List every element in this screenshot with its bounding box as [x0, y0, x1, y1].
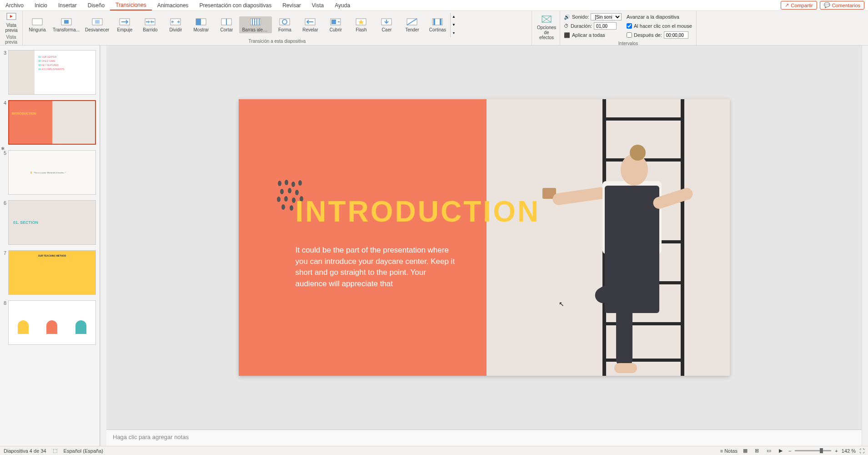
thumbnail-6[interactable]: 01. SECTION [8, 200, 96, 245]
slide-body-text[interactable]: It could be the part of the presentation… [296, 245, 459, 290]
thumbnail-7[interactable]: OUR TEACHING METHOD [8, 250, 96, 295]
menu-inicio[interactable]: Inicio [29, 0, 53, 10]
menu-animaciones[interactable]: Animaciones [152, 0, 194, 10]
svg-point-32 [278, 181, 281, 186]
transition-barrido[interactable]: Barrido [137, 16, 163, 33]
transition-tender[interactable]: Tender [399, 16, 425, 33]
after-label: Después de: [634, 32, 662, 38]
svg-point-33 [285, 180, 288, 185]
gallery-up-icon[interactable]: ▲ [451, 15, 457, 19]
gallery-more-icon[interactable]: ▾ [451, 31, 457, 35]
transition-transforma[interactable]: Transforma... [50, 16, 82, 33]
transition-label: Barras aleat... [242, 27, 269, 32]
language-indicator[interactable]: Español (España) [64, 448, 103, 454]
sound-select[interactable]: [Sin sonido] [591, 13, 622, 20]
menu-vista[interactable]: Vista [306, 0, 329, 10]
svg-rect-28 [440, 19, 442, 25]
transition-icon [144, 17, 156, 26]
thumb-num: 5 [2, 150, 8, 195]
transition-mostrar[interactable]: Mostrar [188, 16, 214, 33]
transition-icon [406, 17, 418, 26]
on-click-label: Al hacer clic con el mouse [634, 23, 692, 29]
transition-forma[interactable]: Forma [272, 16, 297, 33]
slide-background-left [239, 99, 487, 376]
transition-icon [31, 17, 44, 26]
gallery-down-icon[interactable]: ▼ [451, 23, 457, 27]
transition-icon [380, 17, 393, 26]
share-button[interactable]: ↗Compartir [781, 1, 817, 10]
transition-icon [304, 17, 316, 26]
sound-label: Sonido: [572, 14, 589, 20]
transition-cubrir[interactable]: Cubrir [323, 16, 348, 33]
view-normal-icon[interactable]: ▦ [741, 448, 749, 454]
transition-icon [169, 17, 182, 26]
thumbs-scrollbar[interactable] [100, 46, 106, 446]
transition-empuje[interactable]: Empuje [112, 16, 137, 33]
menu-presentacion[interactable]: Presentación con diapositivas [194, 0, 277, 10]
transition-label: Barrido [143, 27, 157, 32]
thumbnail-3[interactable]: 01 OUR CENTER02 CHILD CARE03 KEY FEATURE… [8, 50, 96, 95]
after-input[interactable] [664, 31, 688, 39]
notes-pane[interactable]: Haga clic para agregar notas [106, 430, 862, 446]
transition-icon [60, 17, 73, 26]
transition-barrasaleat[interactable]: Barras aleat... [239, 16, 272, 33]
duration-input[interactable] [594, 22, 617, 30]
transition-icon [249, 17, 262, 26]
thumbnail-5[interactable]: "This is a quote. Words full of wisdom..… [8, 150, 96, 195]
preview-icon [5, 13, 18, 22]
transition-flash[interactable]: Flash [348, 16, 374, 33]
transition-label: Caer [382, 27, 392, 32]
notes-toggle[interactable]: ≡ Notas [720, 448, 738, 454]
apply-all-button[interactable]: ⬛Aplicar a todas [564, 31, 623, 39]
after-checkbox[interactable] [627, 32, 632, 38]
transition-label: Dividir [170, 27, 182, 32]
menu-insertar[interactable]: Insertar [53, 0, 82, 10]
menu-ayuda[interactable]: Ayuda [329, 0, 356, 10]
transition-label: Tender [405, 27, 419, 32]
transition-icon [431, 17, 444, 26]
transition-revelar[interactable]: Revelar [297, 16, 323, 33]
transition-icon [355, 17, 367, 26]
view-sorter-icon[interactable]: ⊞ [753, 448, 761, 454]
thumbnail-8[interactable] [8, 300, 96, 345]
transition-icon [220, 17, 233, 26]
transition-label: Cortinas [429, 27, 446, 32]
thumbnail-4[interactable]: INTRODUCTION [8, 100, 96, 145]
menu-revisar[interactable]: Revisar [277, 0, 306, 10]
slide[interactable]: INTRODUCTION It could be the part of the… [239, 99, 730, 376]
effect-options-button[interactable]: Opciones de efectos [534, 14, 559, 41]
menu-diseno[interactable]: Diseño [82, 0, 110, 10]
view-reading-icon[interactable]: ▭ [765, 448, 773, 454]
menu-transiciones[interactable]: Transiciones [110, 0, 152, 10]
share-icon: ↗ [785, 2, 789, 8]
transition-label: Forma [278, 27, 291, 32]
transition-icon [278, 17, 291, 26]
menu-archivo[interactable]: Archivo [0, 0, 29, 10]
thumb-num: 7 [2, 250, 8, 295]
transition-dividir[interactable]: Dividir [163, 16, 188, 33]
slide-canvas[interactable]: INTRODUCTION It could be the part of the… [106, 46, 862, 430]
transition-caer[interactable]: Caer [374, 16, 399, 33]
transition-cortinas[interactable]: Cortinas [425, 16, 450, 33]
zoom-in[interactable]: + [835, 448, 838, 454]
transition-desvanecer[interactable]: Desvanecer [82, 16, 112, 33]
canvas-scrollbar[interactable] [862, 46, 868, 446]
slide-thumbnails[interactable]: 3 01 OUR CENTER02 CHILD CARE03 KEY FEATU… [0, 46, 100, 446]
transition-label: Transforma... [53, 27, 80, 32]
slide-title[interactable]: INTRODUCTION [296, 195, 541, 228]
thumb-num: 3 [2, 50, 8, 95]
comments-button[interactable]: 💬Comentarios [820, 1, 864, 10]
zoom-level[interactable]: 142 % [842, 448, 856, 454]
svg-point-37 [288, 188, 291, 193]
on-click-checkbox[interactable] [627, 23, 632, 29]
zoom-out[interactable]: − [788, 448, 791, 454]
apply-icon: ⬛ [564, 32, 570, 38]
accessibility-icon[interactable]: ⬚ [53, 448, 57, 454]
zoom-slider[interactable] [795, 450, 831, 451]
transition-cortar[interactable]: Cortar [214, 16, 239, 33]
fit-to-window-icon[interactable]: ⛶ [859, 448, 864, 454]
preview-button[interactable]: Vista previa [2, 12, 21, 34]
transition-ninguna[interactable]: Ninguna [25, 16, 50, 33]
transition-label: Flash [356, 27, 366, 32]
view-slideshow-icon[interactable]: ▶ [777, 448, 785, 454]
